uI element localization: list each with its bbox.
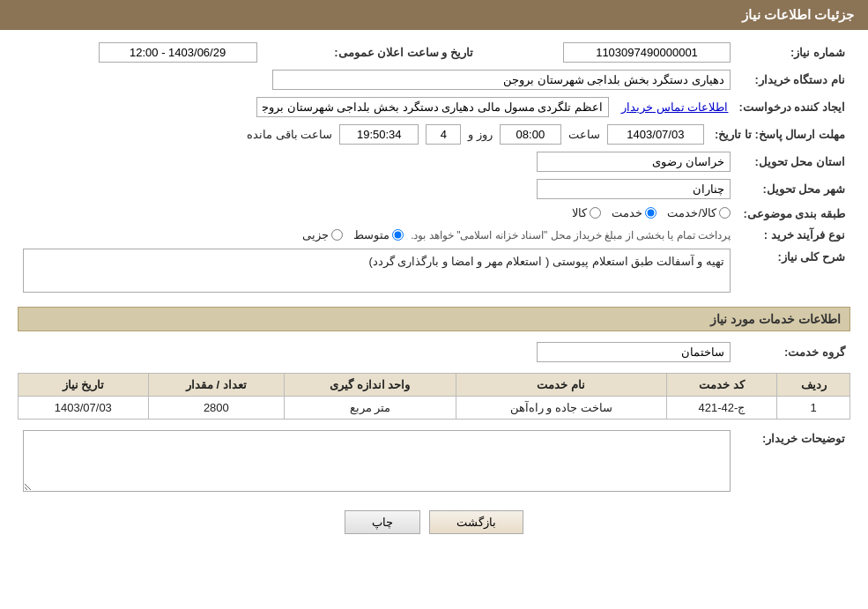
row-gorohe-khedmat: گروه خدمت:: [18, 338, 850, 366]
row-ijad: ایجاد کننده درخواست: اطلاعات تماس خریدار: [18, 93, 850, 121]
page-header: جزئیات اطلاعات نیاز: [0, 0, 868, 30]
cell-radif: 1: [777, 397, 850, 420]
tarikh-label: تاریخ و ساعت اعلان عمومی:: [263, 39, 479, 66]
table-row: 1ج-42-421ساخت جاده و راه‌آهنمتر مربع2800…: [19, 397, 850, 420]
nam-dastgah-value: [18, 66, 736, 93]
radio-kala-label: کالا: [572, 206, 587, 219]
page-wrapper: جزئیات اطلاعات نیاز شماره نیاز: تاریخ و …: [0, 0, 868, 609]
cell-vahed: متر مربع: [285, 397, 456, 420]
col-tarikh: تاریخ نیاز: [19, 374, 149, 397]
page-title: جزئیات اطلاعات نیاز: [742, 7, 854, 22]
ijad-konande-label: ایجاد کننده درخواست:: [733, 93, 850, 121]
sharh-value: تهیه و آسفالت طبق استعلام پیوستی ( استعل…: [18, 245, 736, 296]
row-shahr: شهر محل تحویل:: [18, 175, 850, 203]
cell-kod: ج-42-421: [666, 397, 777, 420]
mohlat-days-input[interactable]: [426, 124, 461, 145]
col-tedad: تعداد / مقدار: [148, 374, 284, 397]
row-shomara: شماره نیاز: تاریخ و ساعت اعلان عمومی:: [18, 39, 850, 66]
row-mohlat: مهلت ارسال پاسخ: تا تاریخ: ساعت روز و سا…: [18, 121, 850, 148]
sharh-text: تهیه و آسفالت طبق استعلام پیوستی ( استعل…: [368, 255, 724, 268]
print-button[interactable]: چاپ: [345, 510, 420, 534]
noe-farayand-value: پرداخت تمام یا بخشی از مبلغ خریداز محل "…: [18, 225, 736, 245]
nam-dastgah-input[interactable]: [272, 70, 731, 90]
row-noe-farayand: نوع فرآیند خرید : پرداخت تمام یا بخشی از…: [18, 225, 850, 245]
shomara-niaz-input[interactable]: [563, 42, 731, 63]
radio-khedmat-label: خدمت: [612, 206, 642, 219]
toseih-label: توضیحات خریدار:: [736, 427, 850, 498]
cell-nam: ساخت جاده و راه‌آهن: [456, 397, 666, 420]
shahr-value: [18, 175, 736, 203]
row-sharh: شرح کلی نیاز: تهیه و آسفالت طبق استعلام …: [18, 245, 850, 296]
row-tabagheh: طبقه بندی موضوعی: کالا/خدمت خدمت: [18, 203, 850, 225]
row-ostan: استان محل تحویل:: [18, 148, 850, 175]
radio-khedmat[interactable]: خدمت: [612, 206, 657, 219]
tabagheh-label: طبقه بندی موضوعی:: [736, 203, 850, 225]
row-toseih: توضیحات خریدار:: [18, 427, 850, 498]
radio-jozyi[interactable]: جزیی: [302, 228, 343, 241]
radio-jozyi-input[interactable]: [331, 229, 343, 241]
sharh-label: شرح کلی نیاز:: [736, 245, 850, 296]
radio-motawaset[interactable]: متوسط: [353, 228, 404, 241]
col-nam: نام خدمت: [456, 374, 666, 397]
radio-kala-khedmat-input[interactable]: [719, 207, 731, 219]
radio-motawaset-input[interactable]: [392, 229, 404, 241]
col-radif: ردیف: [777, 374, 850, 397]
ostan-value: [18, 148, 736, 175]
ijad-konande-input[interactable]: [256, 97, 609, 117]
mohlat-time-input[interactable]: [500, 124, 561, 145]
radio-khedmat-input[interactable]: [645, 207, 657, 219]
tarikh-input[interactable]: [99, 42, 257, 63]
mohlat-date-input[interactable]: [607, 124, 704, 145]
radio-jozyi-label: جزیی: [302, 228, 329, 241]
mohlat-fields: ساعت روز و ساعت باقی مانده: [18, 121, 709, 148]
gorohe-khedmat-input[interactable]: [537, 342, 731, 362]
shahr-input[interactable]: [537, 179, 731, 199]
radio-kala-khedmat-label: کالا/خدمت: [667, 206, 716, 219]
mohlat-countdown-input[interactable]: [339, 124, 419, 145]
ijad-konande-value: اطلاعات تماس خریدار: [18, 93, 733, 121]
main-content: شماره نیاز: تاریخ و ساعت اعلان عمومی: نا…: [0, 30, 868, 557]
radio-kala-input[interactable]: [590, 207, 601, 219]
mohlat-saat-label: ساعت: [568, 128, 600, 141]
ijad-konande-link[interactable]: اطلاعات تماس خریدار: [621, 100, 728, 114]
mohlat-countdown-label: ساعت باقی مانده: [247, 128, 332, 141]
gorohe-khedmat-value: [18, 338, 736, 366]
gorohe-khedmat-label: گروه خدمت:: [736, 338, 850, 366]
khadamat-section-title: اطلاعات خدمات مورد نیاز: [18, 307, 850, 331]
toseih-textarea[interactable]: [23, 430, 731, 492]
tabagheh-options: کالا/خدمت خدمت کالا: [18, 203, 736, 225]
khadamat-table: ردیف کد خدمت نام خدمت واحد اندازه گیری ت…: [18, 373, 850, 420]
button-bar: بازگشت چاپ: [18, 498, 850, 548]
cell-tedad: 2800: [148, 397, 284, 420]
mohlat-roz-label: روز و: [468, 128, 493, 141]
noe-farayand-note: پرداخت تمام یا بخشی از مبلغ خریداز محل "…: [411, 229, 731, 241]
nam-dastgah-label: نام دستگاه خریدار:: [736, 66, 850, 93]
ostan-input[interactable]: [537, 152, 731, 172]
noe-farayand-label: نوع فرآیند خرید :: [736, 225, 850, 245]
col-vahed: واحد اندازه گیری: [285, 374, 456, 397]
mohlat-label: مهلت ارسال پاسخ: تا تاریخ:: [709, 121, 850, 148]
radio-kala-khedmat[interactable]: کالا/خدمت: [667, 206, 731, 219]
radio-kala[interactable]: کالا: [572, 206, 601, 219]
row-dastgah: نام دستگاه خریدار:: [18, 66, 850, 93]
ostan-label: استان محل تحویل:: [736, 148, 850, 175]
toseih-value: [18, 427, 736, 498]
shomara-niaz-label: شماره نیاز:: [736, 39, 850, 66]
sharh-box: تهیه و آسفالت طبق استعلام پیوستی ( استعل…: [23, 249, 731, 293]
radio-motawaset-label: متوسط: [353, 228, 389, 241]
tarikh-value: [18, 39, 263, 66]
col-kod: کد خدمت: [666, 374, 777, 397]
back-button[interactable]: بازگشت: [429, 510, 523, 534]
shahr-label: شهر محل تحویل:: [736, 175, 850, 203]
cell-tarikh: 1403/07/03: [19, 397, 149, 420]
shomara-niaz-value: [479, 39, 736, 66]
